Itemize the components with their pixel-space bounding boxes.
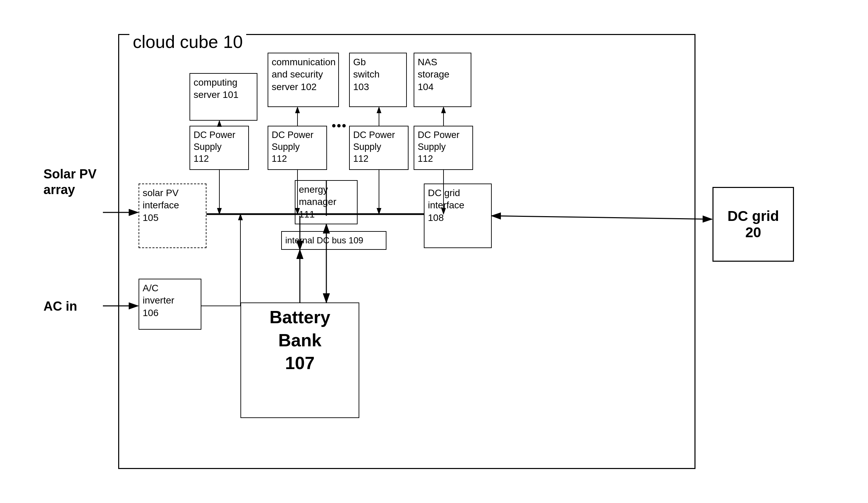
- solar-pv-interface-box: solar PV interface 105: [138, 183, 206, 248]
- dc-power-supply-2: DC Power Supply 112: [268, 126, 327, 170]
- dc-power-supply-1: DC Power Supply 112: [189, 126, 249, 170]
- comm-security-server-box: communication and security server 102: [268, 53, 339, 107]
- energy-manager-box: energy manager 111: [295, 180, 358, 224]
- diagram-container: Solar PV array AC in cloud cube 10 compu…: [0, 0, 868, 503]
- dc-power-supply-3: DC Power Supply 112: [349, 126, 409, 170]
- computing-server-box: computing server 101: [189, 73, 257, 121]
- gb-switch-box: Gb switch 103: [349, 53, 407, 107]
- ac-inverter-box: A/C inverter 106: [138, 279, 202, 330]
- dc-power-supply-4: DC Power Supply 112: [414, 126, 473, 170]
- cloud-cube-title: cloud cube 10: [130, 32, 246, 52]
- internal-dc-bus-box: internal DC bus 109: [281, 231, 386, 250]
- main-area: Solar PV array AC in cloud cube 10 compu…: [43, 20, 825, 483]
- dc-grid-interface-box: DC grid interface 108: [424, 183, 492, 248]
- dc-grid-box: DC grid 20: [712, 187, 794, 262]
- solar-pv-array-label: Solar PV array: [43, 167, 96, 198]
- nas-storage-box: NAS storage 104: [414, 53, 471, 107]
- battery-bank-box: Battery Bank 107: [240, 302, 359, 418]
- ac-in-label: AC in: [43, 299, 77, 314]
